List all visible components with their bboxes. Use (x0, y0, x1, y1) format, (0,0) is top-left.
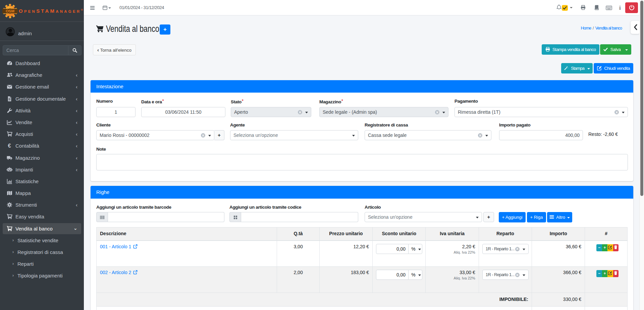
svg-text:OSM: OSM (6, 9, 14, 13)
